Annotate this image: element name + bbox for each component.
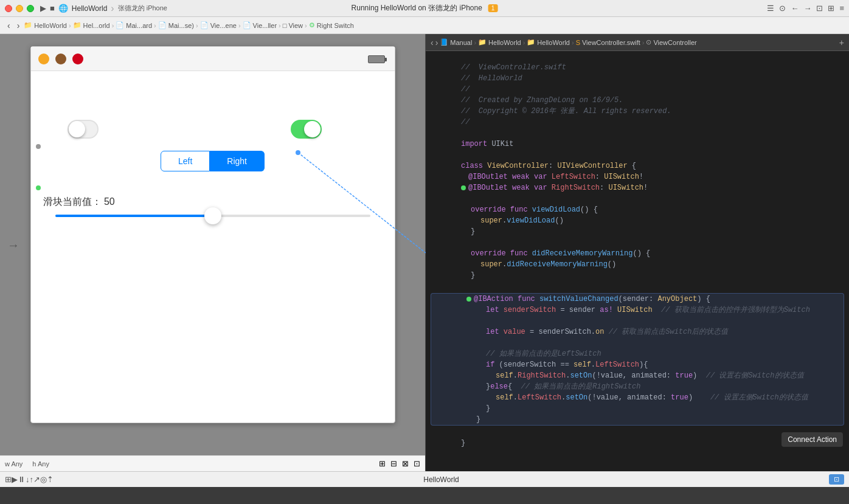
breadcrumb-helloworld[interactable]: 📁HelloWorld xyxy=(24,21,67,29)
code-add-tab[interactable]: + xyxy=(839,38,844,47)
zoom-button[interactable] xyxy=(27,5,34,12)
battery-area xyxy=(368,55,385,63)
back-button[interactable]: ← xyxy=(791,4,799,13)
inspect-button[interactable]: ⊙ xyxy=(779,4,786,13)
breadcrumb-vie-ene[interactable]: 📄Vie...ene xyxy=(200,21,237,29)
code-nav-back[interactable]: ‹ xyxy=(431,38,434,47)
breadcrumb-vie-ller[interactable]: 📄Vie...ller xyxy=(243,21,277,29)
code-line-3: // xyxy=(426,84,849,95)
dot-indicators xyxy=(36,144,41,190)
canvas-layout-btn-1[interactable]: ⊞ xyxy=(379,459,386,468)
left-panel: → xyxy=(0,34,426,471)
breadcrumb-mai-se[interactable]: 📄Mai...se) xyxy=(158,21,194,29)
title-bar: ▶ ■ 🌐 HelloWorld › 张德龙的 iPhone Running H… xyxy=(0,0,849,17)
status-message: Running HelloWorld on 张德龙的 iPhone 1 xyxy=(352,3,498,13)
h-any-label: h Any xyxy=(32,460,49,468)
split-view-button[interactable]: ⊡ xyxy=(816,4,823,13)
code-line-5: // Copyright © 2016年 张量. All rights rese… xyxy=(426,106,849,117)
close-button[interactable] xyxy=(5,5,12,12)
right-button[interactable]: Right xyxy=(210,151,265,171)
canvas-area[interactable]: → xyxy=(0,34,425,455)
traffic-lights xyxy=(5,5,34,12)
view-toggle-button[interactable]: ☰ xyxy=(767,4,774,13)
canvas-layout-btn-2[interactable]: ⊟ xyxy=(390,459,397,468)
code-line-blank5 xyxy=(426,281,849,292)
ibaction-highlight-block: @IBAction func switchValueChanged(sender… xyxy=(431,293,844,426)
run-button[interactable]: ▶ xyxy=(40,4,46,13)
buttons-row: Left Right xyxy=(31,151,395,171)
status-run-btn[interactable]: ▶ xyxy=(12,475,18,484)
code-bc-helloworld-1[interactable]: 📁 HelloWorld xyxy=(478,38,521,46)
code-line-super-memory: super.didReceiveMemoryWarning() xyxy=(426,259,849,270)
right-panel: ‹ › 📘 Manual › 📁 HelloWorld › 📁 HelloWor… xyxy=(426,34,849,471)
right-switch[interactable] xyxy=(291,120,322,139)
connect-action-popup: Connect Action xyxy=(781,432,843,447)
code-line-comment-left: // 如果当前点击的是LeftSwitch xyxy=(431,348,844,359)
breadcrumb-hel-orld[interactable]: 📁Hel...orld xyxy=(73,21,110,29)
code-line-close1: } xyxy=(426,226,849,237)
slider-thumb[interactable] xyxy=(204,207,221,224)
status-bar: ⊞ ▶ ⏸ ↓ ↑ ↗ ◎ ⇡ HelloWorld ⊡ xyxy=(0,471,849,487)
version-button[interactable]: ≡ xyxy=(839,4,844,13)
warning-badge: 1 xyxy=(488,4,498,12)
code-bc-manual[interactable]: 📘 Manual xyxy=(440,38,472,46)
nav-forward[interactable]: › xyxy=(15,19,23,32)
status-location-btn[interactable]: ◎ xyxy=(40,475,47,484)
status-step-btn-3[interactable]: ↗ xyxy=(33,475,40,484)
code-line-class: class ViewController: UIViewController { xyxy=(426,161,849,171)
minimize-button[interactable] xyxy=(16,5,23,12)
code-line-2: // HelloWorld xyxy=(426,73,849,84)
code-line-outlet-left: @IBOutlet weak var LeftSwitch: UISwitch! xyxy=(426,171,849,182)
breadcrumb-view[interactable]: □View xyxy=(283,22,303,29)
breadcrumb-right-switch[interactable]: ⚙Right Switch xyxy=(309,21,354,29)
assistant-button[interactable]: ⊞ xyxy=(828,4,834,13)
status-pause-btn[interactable]: ⏸ xyxy=(18,475,26,484)
canvas-layout-btn-4[interactable]: ⊡ xyxy=(414,459,420,468)
code-line-let-value: let value = senderSwitch.on // 获取当前点击Swi… xyxy=(431,326,844,337)
slider-fill xyxy=(55,215,213,217)
canvas-layout-btn-3[interactable]: ⊠ xyxy=(402,459,409,468)
code-line-ibaction: @IBAction func switchValueChanged(sender… xyxy=(431,294,844,305)
code-line-close2: } xyxy=(426,270,849,281)
running-status: Running HelloWorld on 张德龙的 iPhone xyxy=(352,3,482,13)
code-line-outlet-right: @IBOutlet weak var RightSwitch: UISwitch… xyxy=(426,182,849,193)
code-nav-forward[interactable]: › xyxy=(435,38,438,47)
nav-back[interactable]: ‹ xyxy=(5,19,13,32)
code-area[interactable]: // ViewController.swift // HelloWorld //… xyxy=(426,51,849,471)
slider-label: 滑块当前值： 50 xyxy=(43,196,383,209)
orange-dot xyxy=(38,54,49,64)
code-line-blank4 xyxy=(426,237,849,248)
code-line-viewdidload: override func viewDidLoad() { xyxy=(426,204,849,215)
red-dot xyxy=(72,54,83,64)
project-name: HelloWorld xyxy=(54,475,829,484)
code-line-set-right: self.RightSwitch.setOn(!value, animated:… xyxy=(431,370,844,381)
left-switch[interactable] xyxy=(68,120,99,139)
main-layout: → xyxy=(0,34,849,471)
brown-dot xyxy=(55,54,66,64)
code-bc-viewcontroller[interactable]: ⊙ ViewController xyxy=(646,38,696,46)
status-panel-btn[interactable]: ⊞ xyxy=(5,475,12,484)
code-line-else: }else{ // 如果当前点击的是RightSwitch xyxy=(431,381,844,392)
status-share-btn[interactable]: ⇡ xyxy=(47,475,54,484)
code-line-memory: override func didReceiveMemoryWarning() … xyxy=(426,248,849,259)
code-line-set-left: self.LeftSwitch.setOn(!value, animated: … xyxy=(431,392,844,403)
breadcrumb-mai-ard[interactable]: 📄Mai...ard xyxy=(116,21,152,29)
left-switch-knob xyxy=(69,121,85,137)
slider-track[interactable] xyxy=(55,215,370,217)
code-line-6: // xyxy=(426,117,849,128)
code-line-let-sender: let senderSwitch = sender as! UISwitch /… xyxy=(431,305,844,316)
code-bc-viewcontroller-swift[interactable]: S ViewController.swift xyxy=(576,39,640,46)
debug-console-btn[interactable]: ⊡ xyxy=(829,474,844,485)
code-line-4: // Created by ZhangDeLong on 16/9/5. xyxy=(426,95,849,106)
code-bc-helloworld-2[interactable]: 📁 HelloWorld xyxy=(527,38,570,46)
code-line-1: // ViewController.swift xyxy=(426,62,849,73)
forward-button[interactable]: → xyxy=(803,4,811,13)
iphone-frame: Left Right 滑块当前值： 50 xyxy=(30,46,395,423)
right-switch-knob xyxy=(304,121,321,137)
code-line-blank1 xyxy=(426,128,849,139)
stop-button[interactable]: ■ xyxy=(50,4,55,13)
code-line-close-inner: } xyxy=(431,403,844,414)
device-name: 张德龙的 iPhone xyxy=(118,4,167,13)
left-button[interactable]: Left xyxy=(161,151,210,171)
code-line-blank3 xyxy=(426,193,849,204)
